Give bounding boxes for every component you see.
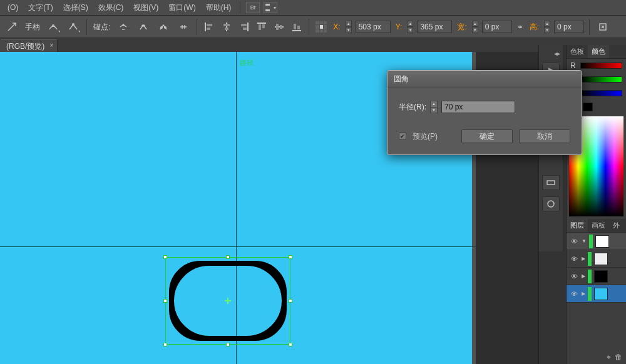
menu-effect[interactable]: 效果(C) xyxy=(93,1,129,15)
handle-top-left[interactable] xyxy=(163,255,167,259)
b-slider[interactable] xyxy=(580,90,622,96)
arrange-icon xyxy=(264,3,271,13)
align-hcenter-icon[interactable] xyxy=(220,21,233,33)
svg-point-0 xyxy=(53,25,54,26)
layer-row-2[interactable]: 👁 ▶ xyxy=(567,250,626,268)
round-corners-dialog: 圆角 半径(R): ▲▼ 70 px ✔ 预览(P) 确定 取消 xyxy=(387,70,582,155)
handle-top-right[interactable] xyxy=(289,255,292,259)
y-stepper[interactable]: ▲▼ xyxy=(407,21,413,33)
g-slider[interactable] xyxy=(580,76,622,83)
cancel-button[interactable]: 取消 xyxy=(519,129,570,143)
w-stepper[interactable]: ▲▼ xyxy=(472,21,478,33)
color-tab[interactable]: 颜色 xyxy=(588,45,609,58)
divider xyxy=(240,2,240,13)
artboards-tab[interactable]: 画板 xyxy=(588,219,609,232)
expand-arrows-icon: ◂▸ xyxy=(554,50,560,56)
swatch-black[interactable] xyxy=(583,103,593,111)
dock-gradient-panel-icon[interactable] xyxy=(542,175,560,190)
color-panel-tabs: 色板 颜色 xyxy=(567,45,626,59)
handle-mid-right[interactable] xyxy=(289,299,292,303)
layer-thumbnail xyxy=(595,235,609,248)
handle-mode-b[interactable] xyxy=(65,20,81,34)
menu-bar: (O) 文字(T) 选择(S) 效果(C) 视图(V) 窗口(W) 帮助(H) … xyxy=(0,0,626,16)
expand-layer-icon[interactable]: ▶ xyxy=(582,256,585,261)
align-bottom-icon[interactable] xyxy=(290,21,304,33)
svg-rect-10 xyxy=(547,181,555,185)
close-tab-icon[interactable]: × xyxy=(50,42,54,49)
height-field[interactable]: 0 px xyxy=(554,21,584,33)
guide-horizontal[interactable] xyxy=(0,246,476,247)
align-right-icon[interactable] xyxy=(237,21,251,33)
anchor-remove-icon[interactable] xyxy=(115,20,131,34)
y-label: Y: xyxy=(396,23,403,31)
document-tab-strip: (RGB/预览) × xyxy=(0,38,626,52)
width-field[interactable]: 0 px xyxy=(482,21,512,33)
expand-layer-icon[interactable]: ▶ xyxy=(582,273,585,279)
arrange-documents-button[interactable]: ▼ xyxy=(264,2,277,13)
radius-field[interactable]: 70 px xyxy=(441,101,515,113)
extra-tab[interactable]: 外 xyxy=(609,219,623,232)
expand-layer-icon[interactable]: ▼ xyxy=(582,238,587,244)
visibility-toggle-icon[interactable]: 👁 xyxy=(569,254,579,264)
layer-color-chip xyxy=(588,252,592,266)
align-vcenter-icon[interactable] xyxy=(272,21,286,33)
radius-label: 半径(R): xyxy=(399,102,426,113)
handle-bottom-mid[interactable] xyxy=(226,343,230,346)
trash-icon[interactable]: 🗑 xyxy=(615,353,622,361)
dialog-title-label: 圆角 xyxy=(394,74,409,84)
selected-shape[interactable] xyxy=(165,257,290,345)
anchor-cut-icon[interactable] xyxy=(155,20,172,34)
handle-top-mid[interactable] xyxy=(226,255,230,259)
menu-view[interactable]: 视图(V) xyxy=(128,1,163,15)
layer-row-1[interactable]: 👁 ▼ xyxy=(567,233,626,250)
reference-point-grid[interactable] xyxy=(314,20,328,34)
align-left-icon[interactable] xyxy=(202,21,216,33)
handle-bottom-right[interactable] xyxy=(289,343,292,346)
r-slider[interactable] xyxy=(580,63,622,69)
r-label: R xyxy=(570,61,577,70)
locate-layer-icon[interactable]: ⌖ xyxy=(607,353,611,361)
h-stepper[interactable]: ▲▼ xyxy=(544,21,550,33)
x-stepper[interactable]: ▲▼ xyxy=(346,21,352,33)
menu-type[interactable]: 文字(T) xyxy=(23,1,58,15)
document-tab[interactable]: (RGB/预览) × xyxy=(0,39,58,52)
menu-select[interactable]: 选择(S) xyxy=(58,1,93,15)
document-tab-label: (RGB/预览) xyxy=(6,42,44,51)
dock-transparency-panel-icon[interactable] xyxy=(542,196,560,211)
anchor-join-icon[interactable] xyxy=(175,20,192,34)
visibility-toggle-icon[interactable]: 👁 xyxy=(569,289,579,299)
preview-checkbox[interactable]: ✔ xyxy=(399,133,406,140)
height-label: 高: xyxy=(530,22,539,33)
handle-bottom-left[interactable] xyxy=(163,343,167,346)
swatches-tab[interactable]: 色板 xyxy=(567,45,588,58)
expand-layer-icon[interactable]: ▶ xyxy=(582,291,585,296)
width-label: 宽: xyxy=(457,22,466,33)
bridge-label: Br xyxy=(250,4,256,11)
dock-expand-toggle[interactable]: ◂▸ xyxy=(539,50,563,56)
dialog-titlebar[interactable]: 圆角 xyxy=(387,71,582,88)
visibility-toggle-icon[interactable]: 👁 xyxy=(569,271,579,281)
bridge-button[interactable]: Br xyxy=(246,2,260,13)
menu-window[interactable]: 窗口(W) xyxy=(163,1,200,15)
handle-mode-a[interactable] xyxy=(45,20,61,34)
y-field[interactable]: 365 px xyxy=(417,21,452,33)
layer-thumbnail xyxy=(594,288,608,300)
layer-footer-icons: ⌖ 🗑 xyxy=(607,353,622,361)
layers-tab[interactable]: 图层 xyxy=(567,219,588,232)
link-wh-icon[interactable]: ⚭ xyxy=(516,21,525,33)
layer-row-3[interactable]: 👁 ▶ xyxy=(567,268,626,285)
radius-stepper[interactable]: ▲▼ xyxy=(430,101,438,113)
layer-row-4[interactable]: 👁 ▶ xyxy=(567,285,626,303)
handle-mid-left[interactable] xyxy=(163,299,167,303)
align-top-icon[interactable] xyxy=(255,21,269,33)
isolate-icon[interactable] xyxy=(595,20,611,34)
menu-help[interactable]: 帮助(H) xyxy=(201,1,237,15)
ok-button[interactable]: 确定 xyxy=(461,129,513,143)
visibility-toggle-icon[interactable]: 👁 xyxy=(569,236,579,246)
anchor-connect-icon[interactable] xyxy=(135,20,151,34)
layer-color-chip xyxy=(588,287,592,301)
control-bar: 手柄 锚点: X: ▲▼ 503 px Y: ▲▼ 365 px 宽: ▲▼ 0… xyxy=(0,16,626,38)
x-field[interactable]: 503 px xyxy=(356,21,391,33)
menu-object[interactable]: (O) xyxy=(3,1,23,14)
convert-anchor-icon[interactable] xyxy=(4,20,20,34)
